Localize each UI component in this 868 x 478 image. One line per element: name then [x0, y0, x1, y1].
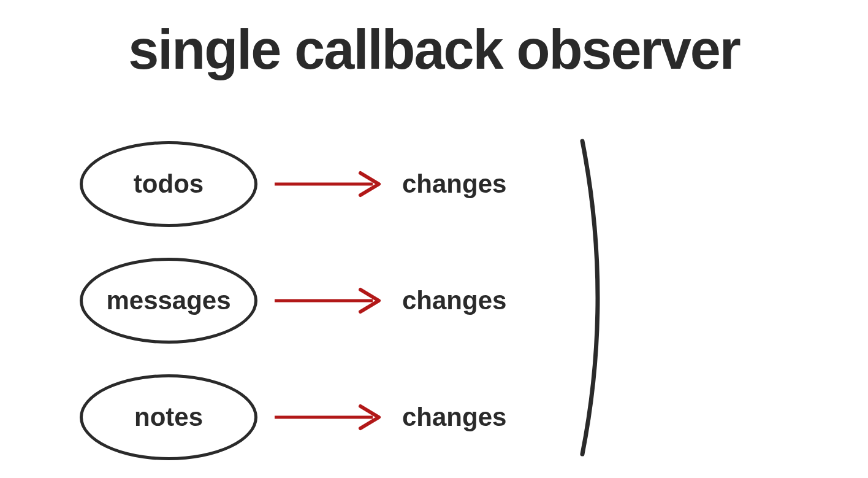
row-messages: messages changes	[80, 258, 506, 344]
bubble-messages: messages	[80, 258, 257, 344]
target-label: changes	[402, 286, 506, 315]
row-todos: todos changes	[80, 141, 506, 227]
bubble-label: notes	[134, 403, 203, 432]
target-label: changes	[402, 169, 506, 199]
row-notes: notes changes	[80, 374, 506, 460]
diagram-stage: single callback observer todos changes m…	[0, 0, 868, 478]
arrow-icon	[268, 282, 391, 319]
bubble-label: messages	[106, 286, 230, 315]
arrow-icon	[268, 399, 391, 436]
bubble-todos: todos	[80, 141, 257, 227]
bubble-notes: notes	[80, 374, 257, 460]
bubble-label: todos	[134, 169, 204, 199]
diagram-title: single callback observer	[0, 18, 868, 82]
target-label: changes	[402, 403, 506, 432]
brace-icon	[552, 135, 625, 460]
arrow-icon	[268, 166, 391, 202]
